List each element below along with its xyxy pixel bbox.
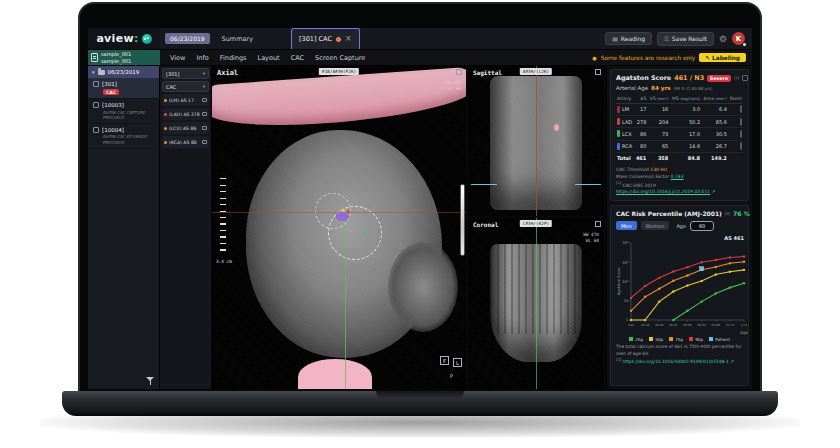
- svg-text:50-54: 50-54: [669, 322, 678, 326]
- sagittal-slice-line-left: [471, 184, 497, 185]
- finding-dot-icon: [164, 113, 167, 116]
- finding-item[interactable]: (LM) AS 17: [162, 94, 209, 106]
- tab-date[interactable]: 06/23/2019: [165, 33, 210, 44]
- women-toggle[interactable]: Women: [641, 221, 670, 230]
- sidebar-item-10004[interactable]: [10004]AVIEW CAC KEYIMAGE PRECHECK: [88, 124, 159, 149]
- app-logo: aview:: [88, 28, 160, 49]
- axial-spine-overlay: [298, 359, 372, 389]
- men-toggle[interactable]: Men: [616, 221, 637, 230]
- agatston-checkbox[interactable]: [742, 75, 748, 81]
- filter-icon[interactable]: [146, 377, 154, 385]
- patient-name: sample_001 sample_001: [101, 51, 131, 64]
- finding-item[interactable]: (LAD) AS 278: [162, 108, 209, 120]
- sidebar-item-10003[interactable]: [10003]AVIEW CAC CAPTURE PRECHECK: [88, 99, 159, 124]
- study-folder[interactable]: ▾ 06/23/2019: [88, 66, 159, 78]
- slice-scroll-handle[interactable]: [460, 184, 465, 256]
- finding-item[interactable]: (LCX) AS 86: [162, 122, 209, 134]
- mass-factor-link[interactable]: 0.743: [671, 174, 684, 179]
- capture-icon[interactable]: [202, 98, 207, 102]
- top-actions: ▤Reading ⚿Save Result ⚙ K: [605, 28, 752, 49]
- calcium-lesion-overlay[interactable]: [336, 212, 349, 221]
- sagittal-viewport[interactable]: Sagittal A#39/(L2K): [468, 66, 604, 218]
- amj-2001-link[interactable]: https://doi.org/10.1016/S0002-9149(01)01…: [623, 359, 729, 364]
- age-input[interactable]: 60: [690, 221, 714, 231]
- sagittal-calcium-dot: [554, 124, 559, 131]
- column-header: AS: [634, 94, 647, 104]
- external-link-icon: ↗: [730, 359, 734, 364]
- axial-viewport[interactable]: 3.4 cm Axial #18/A#39(F2K) WW 470WL 60 F…: [212, 66, 468, 389]
- finding-dot-icon: [164, 127, 167, 130]
- stent-checkbox[interactable]: [740, 105, 742, 113]
- stent-checkbox[interactable]: [740, 118, 742, 126]
- svg-text:40-44: 40-44: [641, 322, 650, 326]
- coronal-crosshair-vertical: [536, 218, 537, 389]
- capture-icon[interactable]: [202, 126, 207, 130]
- arterial-age-ci: (95 % CI 80-88 yrs): [673, 86, 712, 91]
- patient-header[interactable]: sample_001 sample_001: [88, 50, 160, 65]
- gear-icon[interactable]: ⚙: [719, 34, 727, 44]
- crosshair-vertical: [345, 224, 346, 389]
- risk-footnote: The total calcium score of 461 is 75th-9…: [616, 344, 743, 357]
- tab-close-icon[interactable]: ×: [345, 35, 352, 43]
- menu-item-info[interactable]: Info: [196, 54, 208, 62]
- severity-badge: Severe: [707, 75, 731, 82]
- arterial-age-value: 84 yrs: [651, 85, 670, 91]
- svg-text:10³: 10³: [622, 259, 629, 264]
- labeling-button[interactable]: ↖ Labeling: [699, 53, 746, 62]
- svg-text:>74: >74: [741, 322, 747, 326]
- menu-item-findings[interactable]: Findings: [220, 54, 247, 62]
- legend-item-90p: 90p: [689, 337, 703, 342]
- coronal-viewport[interactable]: Coronal C#39/(K2P) WW 470WL 60: [468, 218, 604, 389]
- series-description: AVIEW CAC CAPTURE PRECHECK: [103, 110, 156, 120]
- sagittal-label: Sagittal: [473, 69, 502, 76]
- series-thumb-icon: [93, 81, 99, 87]
- stent-checkbox[interactable]: [740, 142, 742, 150]
- save-result-button[interactable]: ⚿Save Result: [657, 32, 714, 46]
- table-row: LM17163.06.4: [616, 103, 743, 115]
- svg-text:Age: Age: [740, 330, 748, 335]
- tab-summary[interactable]: Summary: [216, 35, 259, 43]
- expand-icon[interactable]: [595, 69, 601, 75]
- finding-item[interactable]: (RCA) AS 80: [162, 136, 209, 148]
- expand-icon[interactable]: [456, 69, 462, 75]
- stent-checkbox[interactable]: [740, 130, 742, 138]
- menu-item-screen-capture[interactable]: Screen Capture: [315, 54, 365, 62]
- menu-item-layout[interactable]: Layout: [258, 54, 280, 62]
- tab-strip: 06/23/2019 Summary [301] CAC ×: [160, 28, 605, 49]
- user-avatar[interactable]: K: [732, 32, 745, 45]
- menu-item-cac[interactable]: CAC: [291, 54, 304, 62]
- finding-label: (LM) AS 17: [169, 98, 194, 103]
- coronal-window-level: WW 470WL 60: [583, 232, 599, 244]
- lesion-dot-red: [347, 210, 350, 213]
- svg-text:65-69: 65-69: [712, 322, 721, 326]
- arterial-age-row: Arterial Age 84 yrs (95 % CI 80-88 yrs): [616, 85, 743, 91]
- axial-window-level: WW 470WL 60: [445, 80, 461, 92]
- table-row: LCX867317.030.5: [616, 128, 743, 140]
- aview-app-window: aview: 06/23/2019 Summary [301] CAC × ▤R…: [88, 28, 752, 389]
- expand-icon[interactable]: [595, 221, 601, 227]
- reading-button[interactable]: ▤Reading: [605, 32, 652, 45]
- legend-item-25p: 25p: [629, 337, 643, 342]
- finding-type-dropdown[interactable]: CAC▾: [162, 81, 209, 92]
- orient-p-label: P: [450, 373, 453, 379]
- cac-drs-link[interactable]: https://doi.org/10.1016/j.jcct.2019.03.0…: [616, 189, 710, 194]
- svg-text:<40: <40: [628, 322, 634, 326]
- results-panel: Agatston Score 461 / N3 Severe [1] Arter…: [606, 66, 752, 389]
- tab-cac-active[interactable]: [301] CAC ×: [291, 28, 360, 49]
- svg-text:60-64: 60-64: [697, 322, 706, 326]
- menu-item-view[interactable]: View: [170, 54, 185, 62]
- finding-label: (LCX) AS 86: [169, 126, 196, 131]
- score-footnotes: CAC Threshold 130 HU Mass Conversion Fac…: [616, 167, 743, 196]
- capture-icon[interactable]: [202, 140, 207, 144]
- risk-reference-row: [2] https://doi.org/10.1016/S0002-9149(0…: [616, 358, 743, 364]
- orient-f-button[interactable]: F: [440, 356, 449, 365]
- series-dropdown[interactable]: [301]▾: [162, 68, 209, 79]
- external-link-icon: ↗: [712, 189, 716, 194]
- sidebar-item-301[interactable]: [301]CAC: [88, 78, 159, 99]
- cursor-icon: ↖: [705, 55, 710, 61]
- orient-l-button[interactable]: L: [453, 358, 462, 367]
- series-thumb-icon: [93, 127, 99, 133]
- artery-color-chip: [617, 106, 620, 113]
- sagittal-series-chip: A#39/(L2K): [520, 68, 552, 75]
- capture-icon[interactable]: [202, 112, 207, 116]
